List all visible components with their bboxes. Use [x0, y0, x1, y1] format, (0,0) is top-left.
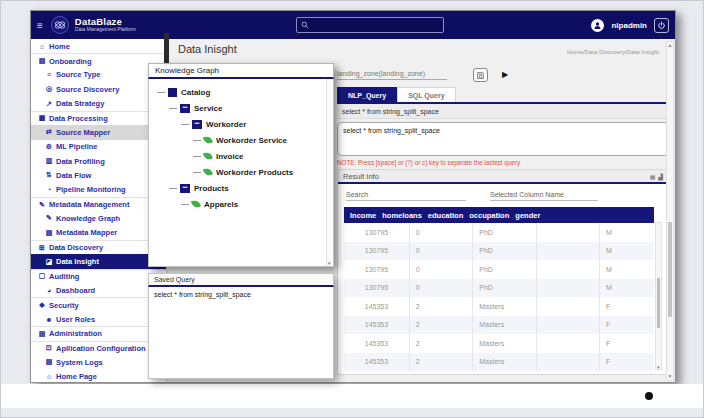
sidebar-item[interactable]: ⇅ Data Flow [31, 168, 166, 182]
cell-gender: F [600, 316, 654, 335]
tree-connector [181, 124, 189, 125]
sidebar-item-icon: ≡ [44, 71, 54, 78]
column-header[interactable]: education [422, 211, 463, 220]
search-input[interactable] [296, 17, 444, 33]
tree-node-icon[interactable] [191, 199, 201, 209]
tree-connector [193, 140, 201, 141]
sidebar-item[interactable]: ☻ User Roles [31, 312, 166, 326]
table-row[interactable]: 130795 0 PhD M [344, 242, 654, 261]
result-info-header: Result Info ▦ ▟ [338, 170, 668, 184]
sidebar-item-label: Source Mapper [56, 128, 110, 137]
table-scrollbar-thumb[interactable] [657, 278, 660, 328]
column-header[interactable]: Income [344, 211, 376, 220]
table-row[interactable]: 145353 2 Masters F [344, 316, 654, 335]
query-tab[interactable]: NLP_Query [337, 87, 397, 102]
column-header[interactable]: homeloans [376, 211, 422, 220]
sidebar-item[interactable]: ≡ Source Type [31, 68, 166, 82]
page-title: Data Inisght [178, 43, 237, 55]
tree-node[interactable]: Workorder [149, 116, 333, 132]
sidebar-item-icon: ▢ [37, 272, 47, 280]
sidebar-item[interactable]: ▥ Data Profiling [31, 154, 166, 168]
table-row[interactable]: 130795 0 PhD M [344, 260, 654, 279]
sidebar-item[interactable]: ⊞ Data Discovery ∧ [31, 240, 166, 254]
sidebar-item[interactable]: ✎ Knowledge Graph [31, 211, 166, 225]
sidebar-item-icon: ▥ [44, 157, 54, 165]
sidebar-item[interactable]: ⊡ Apllication Configuration [31, 341, 166, 355]
sidebar-item[interactable]: ▢ Auditing ∧ [31, 269, 166, 283]
sidebar-item[interactable]: ⚙ ML Pipeline [31, 140, 166, 154]
result-search-input[interactable]: Search [346, 191, 466, 201]
tree-node[interactable]: Service [149, 100, 333, 116]
app-header: ≡ DataBlaze Data Management Platform [31, 11, 675, 39]
sidebar-item-icon: ↗ [44, 100, 54, 108]
tree-node-icon[interactable] [203, 167, 213, 177]
cell-homeloans: 2 [410, 353, 473, 372]
cell-homeloans: 0 [410, 260, 473, 279]
sidebar-item-icon: ◕ [44, 287, 54, 294]
grid-view-icon[interactable]: ▦ [650, 173, 656, 180]
saved-query-item[interactable]: select * from string_split_space [148, 287, 334, 379]
table-row[interactable]: 130795 0 PhD M [344, 223, 654, 242]
selected-column-input[interactable]: Selected Column Name [490, 191, 598, 201]
tree-node[interactable]: Workorder Products [149, 164, 333, 180]
sidebar-item[interactable]: ◔ Pipeline Monitoring [31, 183, 166, 197]
sidebar-item-label: Home [49, 42, 70, 51]
column-header[interactable]: occupation [463, 211, 509, 220]
sidebar-item[interactable]: ⇄ Source Mapper [31, 125, 166, 139]
tree-node[interactable]: Invoice [149, 148, 333, 164]
user-avatar[interactable] [591, 19, 604, 32]
tree-node-icon[interactable] [180, 104, 190, 113]
main-scrollbar-thumb[interactable] [668, 222, 672, 317]
dataset-input[interactable]: landing_zone(landing_zone) [337, 70, 447, 80]
sidebar-item[interactable]: ▤ Administration ∧ [31, 326, 166, 340]
hamburger-menu-icon[interactable]: ≡ [37, 20, 43, 31]
column-header[interactable]: gender [509, 211, 540, 220]
sidebar-item[interactable]: ⌂ Home Page [31, 369, 166, 382]
main-scrollbar[interactable]: ▲ ▼ [666, 41, 674, 381]
sidebar-item[interactable]: ▤ Onboarding [31, 53, 166, 67]
sidebar-item[interactable]: ▤ Metadata Mapper [31, 226, 166, 240]
sidebar-item-icon: ✎ [44, 214, 54, 222]
tree-node-icon[interactable] [203, 151, 213, 161]
tree-node[interactable]: Products [149, 180, 333, 196]
scroll-down-icon[interactable]: ▼ [667, 373, 673, 380]
cell-occupation [537, 279, 600, 298]
logout-button[interactable] [654, 18, 669, 33]
tree-node[interactable]: Catalog [149, 84, 333, 100]
sidebar-item[interactable]: ▦ Data Processing [31, 111, 166, 125]
table-row[interactable]: 145353 2 Masters F [344, 297, 654, 316]
table-row[interactable]: 145353 2 Masters F [344, 353, 654, 372]
cell-education: Masters [473, 334, 536, 353]
tree-node[interactable]: Workorder Service [149, 132, 333, 148]
query-editor[interactable]: select * from string_split_space [337, 122, 669, 156]
table-row[interactable]: 145353 2 Masters F [344, 334, 654, 353]
scroll-up-icon[interactable]: ▲ [667, 42, 673, 49]
table-scrollbar[interactable] [655, 222, 662, 370]
tree-node-icon[interactable] [168, 88, 177, 97]
tree-scrollbar[interactable] [326, 79, 333, 266]
sidebar-item[interactable]: ◆ Security ∧ [31, 297, 166, 311]
sidebar-item[interactable]: ◎ Source Discovery [31, 82, 166, 96]
table-row[interactable]: 130795 0 PhD M [344, 279, 654, 298]
cell-income: 145353 [344, 316, 410, 335]
query-tab[interactable]: SQL Query [397, 87, 455, 102]
brand-block: DataBlaze Data Management Platform [75, 17, 136, 33]
tree-node-icon[interactable] [180, 184, 190, 193]
sidebar-item[interactable]: ⌂ Home [31, 39, 166, 53]
sidebar-item[interactable]: ↗ Data Strategy [31, 96, 166, 110]
query-note: NOTE: Press [space] or (?) or c) key to … [337, 159, 669, 166]
tree-node[interactable]: Apparels [149, 196, 333, 212]
sidebar-item[interactable]: ✎ Metadata Management ∧ [31, 197, 166, 211]
sidebar-item[interactable]: ◪ Data Insight [31, 254, 166, 268]
chart-view-icon[interactable]: ▟ [658, 173, 663, 180]
cell-education: Masters [473, 316, 536, 335]
tree-node-icon[interactable] [192, 120, 202, 129]
sidebar-item[interactable]: ▤ System Logs [31, 355, 166, 369]
save-query-button[interactable] [473, 68, 488, 82]
tree-node-icon[interactable] [203, 135, 213, 145]
sidebar-item-label: Administration [49, 329, 102, 338]
cell-occupation [537, 260, 600, 279]
sidebar-item[interactable]: ◕ Dashboard [31, 283, 166, 297]
floppy-icon [476, 71, 485, 80]
run-query-button[interactable]: ▶ [502, 71, 508, 79]
